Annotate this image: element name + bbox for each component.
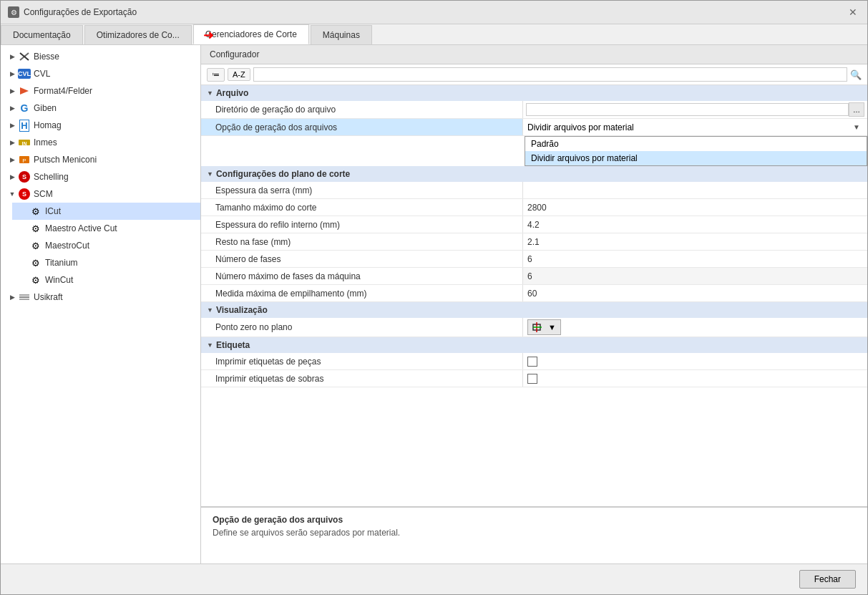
sidebar-item-schelling[interactable]: ▶ S Schelling <box>1 168 200 185</box>
sidebar-label-homag: Homag <box>34 120 62 130</box>
sidebar-label-cvl: CVL <box>34 69 50 79</box>
sidebar-item-maestro-active-cut[interactable]: ⚙ Maestro Active Cut <box>12 220 200 237</box>
prop-value-espessura-serra[interactable] <box>523 182 867 198</box>
section-arquivo-label: Arquivo <box>216 88 248 98</box>
section-visualizacao-toggle: ▼ <box>207 306 213 314</box>
diretorio-browse-button[interactable]: … <box>849 102 864 117</box>
sidebar-item-format4felder[interactable]: ▶ Format4/Felder <box>1 82 200 100</box>
title-bar-left: ⚙ Configurações de Exportação <box>8 6 137 18</box>
sidebar-label-biesse: Biesse <box>34 52 59 62</box>
sidebar-label-maestro-active-cut: Maestro Active Cut <box>45 223 117 233</box>
prop-label-espessura-refilo: Espessura do refilo interno (mm) <box>201 216 523 233</box>
expand-putsch[interactable]: ▶ <box>6 154 18 165</box>
maestro-active-icon: ⚙ <box>29 222 42 235</box>
expand-maestrocut <box>18 240 29 251</box>
schelling-icon: S <box>18 170 31 183</box>
sidebar-item-titanium[interactable]: ⚙ Titanium <box>12 254 200 271</box>
tab-otimizadores[interactable]: Otimizadores de Co... ➜ <box>84 25 192 44</box>
prop-value-resto-fase[interactable]: 2.1 <box>523 233 867 250</box>
sidebar-label-format4: Format4/Felder <box>34 86 92 96</box>
expand-homag[interactable]: ▶ <box>6 120 18 131</box>
tab-gerenciadores[interactable]: Gerenciadores de Corte <box>193 24 309 44</box>
expand-inmes[interactable]: ▶ <box>6 137 18 148</box>
sidebar-item-homag[interactable]: ▶ H Homag <box>1 117 200 134</box>
prop-row-diretorio: Diretório de geração do arquivo … <box>201 101 867 119</box>
expand-format4[interactable]: ▶ <box>6 85 18 97</box>
prop-value-numero-maximo-fases: 6 <box>523 268 867 284</box>
diretorio-input[interactable] <box>526 103 849 116</box>
sidebar-label-schelling: Schelling <box>34 172 69 182</box>
sidebar-label-scm: SCM <box>34 189 53 199</box>
prop-row-espessura-serra: Espessura da serra (mm) <box>201 182 867 199</box>
wincut-icon: ⚙ <box>29 274 42 286</box>
tab-maquinas[interactable]: Máquinas <box>311 25 372 44</box>
etiquetas-pecas-checkbox[interactable] <box>527 357 537 367</box>
expand-giben[interactable]: ▶ <box>6 102 18 114</box>
sidebar-item-cvl[interactable]: ▶ CVL CVL <box>1 65 200 82</box>
sidebar-item-usikraft[interactable]: ▶ Usikraft <box>1 289 200 306</box>
prop-value-medida-maxima[interactable]: 60 <box>523 285 867 301</box>
section-configuracoes-header[interactable]: ▼ Configurações do plano de corte <box>201 166 867 182</box>
tab-documentacao[interactable]: Documentação <box>1 25 83 44</box>
prop-value-espessura-refilo[interactable]: 4.2 <box>523 216 867 233</box>
expand-schelling[interactable]: ▶ <box>6 171 18 183</box>
prop-label-numero-maximo-fases: Número máximo de fases da máquina <box>201 268 523 284</box>
section-arquivo-header[interactable]: ▼ Arquivo <box>201 85 867 101</box>
prop-row-ponto-zero: Ponto zero no plano ▼ <box>201 318 867 337</box>
etiquetas-sobras-checkbox[interactable] <box>527 374 537 384</box>
prop-value-numero-fases[interactable]: 6 <box>523 251 867 267</box>
prop-value-tamanho-maximo[interactable]: 2800 <box>523 199 867 216</box>
cvl-icon: CVL <box>18 67 31 80</box>
section-etiqueta-label: Etiqueta <box>216 340 250 350</box>
expand-scm[interactable]: ▼ <box>6 188 18 200</box>
prop-label-espessura-serra: Espessura da serra (mm) <box>201 182 523 198</box>
prop-value-etiquetas-sobras[interactable] <box>523 370 867 387</box>
close-window-button[interactable]: ✕ <box>846 5 860 19</box>
sidebar-label-icut: ICut <box>45 206 61 216</box>
espessura-serra-input[interactable] <box>527 185 863 195</box>
prop-row-opcao-geracao: ➜ Opção de geração dos arquivos Dividir … <box>201 119 867 136</box>
sort-button[interactable]: ≔ <box>207 68 225 82</box>
sidebar-item-icut[interactable]: ⚙ ICut <box>12 203 200 220</box>
expand-titanium <box>18 257 29 269</box>
search-input[interactable] <box>253 67 847 82</box>
info-panel: Opção de geração dos arquivos Define se … <box>201 506 867 563</box>
close-button[interactable]: Fechar <box>799 570 856 589</box>
biesse-icon <box>18 50 31 63</box>
expand-usikraft[interactable]: ▶ <box>6 291 18 303</box>
prop-row-numero-maximo-fases: Número máximo de fases da máquina 6 <box>201 268 867 285</box>
az-button[interactable]: A-Z <box>228 68 250 81</box>
section-etiqueta-toggle: ▼ <box>207 342 213 349</box>
opcao-geracao-select[interactable]: Dividir arquivos por material Padrão <box>527 122 863 132</box>
dropdown-option-dividir[interactable]: Dividir arquivos por material <box>525 151 867 165</box>
expand-maestro-active <box>18 223 29 234</box>
titanium-icon: ⚙ <box>29 256 42 269</box>
maestrocut-icon: ⚙ <box>29 239 42 252</box>
properties-area: ▼ Arquivo Diretório de geração do arquiv… <box>201 85 867 506</box>
sidebar-item-inmes[interactable]: ▶ IN Inmes <box>1 134 200 151</box>
dropdown-option-padrao[interactable]: Padrão <box>525 137 867 151</box>
prop-value-opcao-geracao[interactable]: Dividir arquivos por material Padrão ▼ <box>523 119 867 135</box>
sidebar-label-titanium: Titanium <box>45 258 78 268</box>
expand-cvl[interactable]: ▶ <box>6 68 18 79</box>
sidebar-item-scm[interactable]: ▼ S SCM <box>1 185 200 203</box>
sidebar-item-putsch[interactable]: ▶ P Putsch Meniconi <box>1 151 200 168</box>
prop-value-etiquetas-pecas[interactable] <box>523 353 867 369</box>
sidebar: ▶ Biesse ▶ CVL CVL ▶ Format4/Fel <box>1 45 201 563</box>
sidebar-item-giben[interactable]: ▶ G Giben <box>1 100 200 117</box>
prop-row-medida-maxima: Medida máxima de empilhamento (mm) 60 <box>201 285 867 302</box>
sidebar-item-wincut[interactable]: ⚙ WinCut <box>12 271 200 289</box>
section-visualizacao-header[interactable]: ▼ Visualização <box>201 302 867 318</box>
sidebar-item-maestrocut[interactable]: ⚙ MaestroCut <box>12 237 200 254</box>
ponto-zero-button[interactable]: ▼ <box>527 319 561 335</box>
sidebar-label-giben: Giben <box>34 103 57 113</box>
section-etiqueta-header[interactable]: ▼ Etiqueta <box>201 337 867 353</box>
expand-biesse[interactable]: ▶ <box>6 51 18 62</box>
section-visualizacao-label: Visualização <box>216 305 268 315</box>
sidebar-label-usikraft: Usikraft <box>34 292 63 302</box>
opcao-geracao-dropdown[interactable]: Dividir arquivos por material Padrão ▼ <box>527 122 863 132</box>
prop-value-ponto-zero[interactable]: ▼ <box>523 318 867 337</box>
search-icon-button[interactable]: 🔍 <box>850 69 862 80</box>
section-configuracoes-label: Configurações do plano de corte <box>216 169 350 179</box>
sidebar-item-biesse[interactable]: ▶ Biesse <box>1 48 200 65</box>
